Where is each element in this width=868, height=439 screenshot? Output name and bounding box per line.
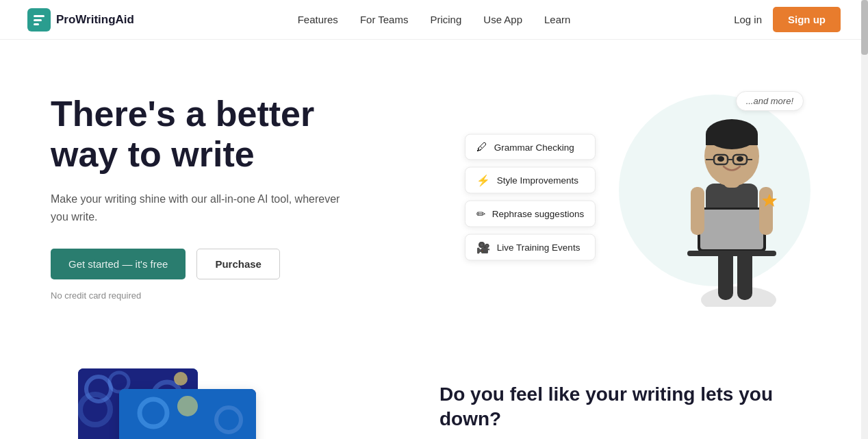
nav-features[interactable]: Features (298, 14, 338, 25)
artwork-area: My idea in my head (78, 368, 398, 439)
signup-button[interactable]: Sign up (773, 7, 841, 32)
svg-rect-2 (34, 23, 39, 25)
logo-link[interactable]: ProWritingAid (27, 8, 134, 32)
login-link[interactable]: Log in (734, 14, 762, 25)
page-scrollbar[interactable] (861, 0, 868, 439)
svg-rect-10 (691, 187, 704, 235)
chip-style: ⚡ Style Improvements (465, 167, 596, 194)
hero-subtext: Make your writing shine with our all-in-… (51, 190, 345, 225)
nav-for-teams[interactable]: For Teams (360, 14, 409, 25)
svg-rect-1 (34, 19, 42, 21)
logo-icon (27, 8, 51, 32)
person-illustration (660, 81, 797, 314)
svg-point-28 (174, 372, 188, 386)
no-credit-text: No credit card required (51, 290, 449, 301)
hero-right: ...and more! 🖊 Grammar Checking ⚡ Style … (465, 81, 817, 314)
svg-rect-15 (706, 134, 758, 145)
nav-links: Features For Teams Pricing Use App Learn (298, 14, 571, 26)
chip-grammar-label: Grammar Checking (494, 142, 574, 152)
section2-right: Do you feel like your writing lets you d… (439, 368, 790, 439)
scrollbar-thumb[interactable] (861, 0, 868, 55)
purchase-button[interactable]: Purchase (196, 249, 280, 279)
artwork-foreground (119, 389, 256, 439)
hero-section: There's a better way to write Make your … (23, 40, 845, 341)
rephrase-icon: ✏ (476, 208, 485, 221)
chip-grammar: 🖊 Grammar Checking (465, 134, 596, 160)
logo-text: ProWritingAid (56, 13, 134, 27)
chip-rephrase: ✏ Rephrase suggestions (465, 201, 596, 227)
svg-point-22 (737, 156, 743, 162)
hero-headline: There's a better way to write (51, 94, 449, 176)
grammar-icon: 🖊 (476, 141, 487, 153)
main-nav: ProWritingAid Features For Teams Pricing… (0, 0, 868, 40)
nav-use-app[interactable]: Use App (483, 14, 522, 25)
svg-point-35 (177, 396, 198, 416)
section2: My idea in my head Do you feel like your… (51, 341, 817, 439)
svg-point-21 (717, 156, 724, 162)
hero-left: There's a better way to write Make your … (51, 94, 449, 301)
nav-pricing[interactable]: Pricing (430, 14, 461, 25)
training-icon: 🎥 (476, 241, 490, 254)
feature-chips: 🖊 Grammar Checking ⚡ Style Improvements … (465, 134, 596, 261)
svg-rect-11 (759, 187, 773, 235)
chip-rephrase-label: Rephrase suggestions (492, 209, 584, 219)
section2-heading: Do you feel like your writing lets you d… (439, 382, 790, 432)
nav-learn[interactable]: Learn (544, 14, 570, 25)
chip-style-label: Style Improvements (497, 175, 578, 186)
svg-rect-8 (700, 210, 763, 249)
get-started-button[interactable]: Get started — it's free (51, 249, 186, 279)
chip-training: 🎥 Live Training Events (465, 234, 596, 261)
svg-rect-0 (34, 15, 44, 17)
hero-buttons: Get started — it's free Purchase (51, 249, 449, 279)
chip-training-label: Live Training Events (497, 242, 580, 253)
nav-right: Log in Sign up (734, 7, 841, 32)
svg-rect-9 (687, 251, 776, 256)
artwork-stack: My idea in my head (78, 368, 311, 439)
style-icon: ⚡ (476, 174, 490, 187)
